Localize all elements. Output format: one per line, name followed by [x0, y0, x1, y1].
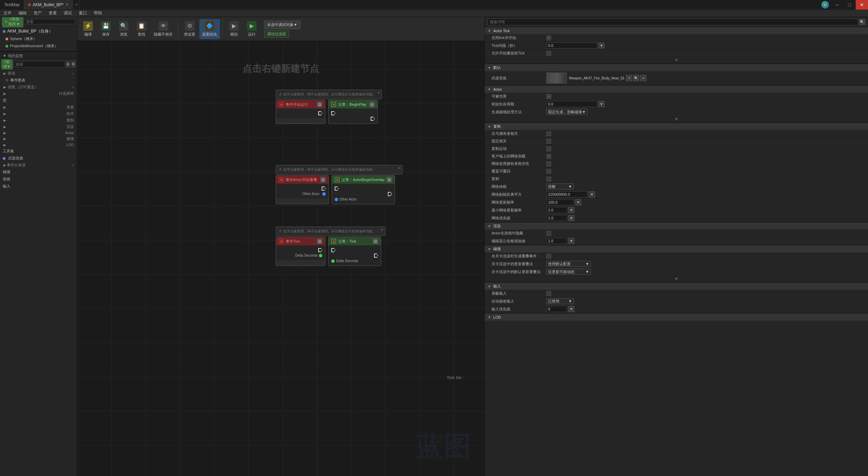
initial-life-dropdown[interactable]: ▼	[598, 101, 605, 107]
menu-assets[interactable]: 资产	[30, 10, 45, 17]
copy-movement-checkbox[interactable]	[546, 146, 551, 151]
nav-add-graph-btn[interactable]: +	[72, 72, 74, 76]
new-bp-btn[interactable]: +新增▼	[1, 59, 13, 69]
nav-macros-sub[interactable]: 宏	[0, 97, 77, 104]
net-dormancy-dropdown[interactable]: 苏醒 ▼	[546, 183, 574, 190]
input-priority-dropdown[interactable]: ▼	[568, 306, 574, 312]
net-priority-dropdown[interactable]: ▼	[568, 215, 574, 221]
find-btn[interactable]: 📋 查找	[133, 19, 150, 39]
tick-interval-input[interactable]	[546, 42, 597, 49]
event-tick-close[interactable]: ⊡	[317, 239, 322, 244]
net-cull-input[interactable]	[546, 191, 587, 197]
update-overlaps-dropdown[interactable]: 使用默认配置 ▼	[546, 261, 591, 267]
component-search-input[interactable]	[25, 20, 75, 24]
maximize-btn[interactable]: □	[843, 0, 856, 10]
debug-obj-btn[interactable]: 未选中调试对象▼	[264, 21, 300, 29]
initial-life-input[interactable]	[546, 101, 597, 107]
nav-add-dispatcher-btn[interactable]: +	[72, 163, 74, 167]
block-input-checkbox[interactable]	[546, 291, 551, 296]
close-btn[interactable]: ✕	[856, 0, 868, 10]
event-begin-close[interactable]: ⊡	[317, 102, 322, 107]
rendering-section-header[interactable]: ▼ 渲染	[485, 222, 868, 230]
nav-add-function-btn[interactable]: +	[72, 85, 74, 89]
net-update-input[interactable]	[546, 199, 574, 205]
nav-weapon-sound[interactable]: 武器音效	[0, 155, 77, 162]
copy-val-checkbox[interactable]	[546, 177, 551, 181]
tick-node[interactable]: ⚠ 此节点被禁用，将不会被调用。从引脚连出引线来编译功能。 ✕ ⬟ 事件Tick…	[276, 227, 385, 266]
net-cull-dropdown[interactable]: ▼	[589, 191, 595, 197]
actor-section-header[interactable]: ▼ Actor	[485, 85, 868, 93]
editor-billboard-input[interactable]	[546, 238, 567, 244]
editor-billboard-dropdown[interactable]: ▼	[568, 238, 574, 244]
add-component-btn[interactable]: + +添加组件▼	[2, 16, 23, 27]
min-net-dropdown[interactable]: ▼	[568, 207, 574, 213]
gen-hit-checkbox[interactable]	[546, 254, 551, 259]
run-btn[interactable]: ▶ 运行	[244, 19, 260, 39]
sound-clear-btn[interactable]: ✕	[640, 75, 646, 81]
default-update-dropdown[interactable]: 仅更新可移动的 ▼	[546, 269, 591, 275]
auto-receive-dropdown[interactable]: 已禁用 ▼	[546, 298, 574, 304]
sound-reset-btn[interactable]: ↺	[626, 75, 632, 81]
comp-projectile-item[interactable]: ProjectileMovement（继承）	[0, 42, 77, 50]
bp-settings-btn[interactable]: ⚙	[71, 61, 75, 67]
nav-input[interactable]: 输入	[0, 183, 77, 190]
compile-btn[interactable]: ⚡ 编译	[80, 19, 96, 39]
nav-event-graph[interactable]: ⊞ 事件图表	[0, 77, 77, 84]
collision-section-header[interactable]: ▼ 碰撞	[485, 245, 868, 253]
parent-begin-close[interactable]: ⊡	[369, 102, 375, 107]
input-priority-input[interactable]	[546, 306, 567, 312]
begin-play-node[interactable]: ⚠ 此节点被禁用，将不会被调用。从引脚连出引线来编译功能。 ✕ ⬟ 事件开始运行…	[276, 90, 382, 124]
hide-ingame-checkbox[interactable]	[546, 231, 551, 236]
net-update-dropdown[interactable]: ▼	[575, 199, 581, 205]
gen-overlap-dropdown[interactable]: 固定生成，忽略碰撞 ▼	[546, 109, 587, 115]
debug-filter-btn[interactable]: 调试过滤器	[264, 30, 289, 38]
only-owner-checkbox[interactable]	[546, 131, 551, 136]
event-tick-node[interactable]: ⬟ 事件Tick ⊡ Delta Seconds	[276, 237, 325, 266]
input-section-header[interactable]: ▼ 输入	[485, 282, 868, 290]
default-section-header[interactable]: ▼ 默认	[485, 64, 868, 71]
add-tab-btn[interactable]: ▾	[73, 0, 80, 9]
actor-tick-header[interactable]: ▼ Actor Tick	[485, 27, 868, 34]
bp-search-input[interactable]	[14, 61, 65, 67]
bp-canvas[interactable]: 点击右键新建节点 ⚠ 此节点被禁用，将不会被调用。从引脚连出引线来编译功能。 ✕…	[77, 35, 484, 476]
minimize-btn[interactable]: ─	[831, 0, 843, 10]
hide-btn[interactable]: 👁 隐藏不相关	[151, 19, 175, 39]
warn-close-1[interactable]: ✕	[377, 91, 380, 95]
menu-file[interactable]: 文件	[0, 10, 15, 17]
can-damage-checkbox[interactable]	[546, 94, 551, 99]
fixed-rel-checkbox[interactable]	[546, 139, 551, 144]
warn-close-2[interactable]: ✕	[398, 166, 401, 170]
simulate-btn[interactable]: ▶ 模拟	[226, 19, 242, 39]
details-search-input[interactable]	[487, 18, 858, 25]
net-priority-input[interactable]	[546, 215, 567, 221]
nav-hit[interactable]: 碰撞	[0, 168, 77, 176]
close-tab-icon[interactable]: ✕	[65, 2, 69, 7]
overwrite-dest-checkbox[interactable]	[546, 169, 551, 174]
parent-tick-node[interactable]: ⬟ 父类：Tick ⊡ Delta Seconds	[328, 237, 381, 266]
blueprints-btn[interactable]: 🔷 蓝图优化	[199, 19, 220, 39]
parent-overlap-node[interactable]: ⬟ 父类：ActorBeginOverlap ⊡ Other	[332, 175, 395, 204]
net-load-checkbox[interactable]	[546, 154, 551, 159]
save-btn[interactable]: 💾 保存	[98, 19, 114, 39]
graphs-arrow[interactable]: ▶	[3, 72, 7, 75]
lod-section-header[interactable]: ▼ LOD	[485, 313, 868, 321]
comp-sphere-item[interactable]: Sphere（继承）	[0, 35, 77, 42]
event-begin-play-node[interactable]: ⬟ 事件开始运行 ⊡	[276, 100, 325, 124]
browse-btn[interactable]: 🔍 浏览	[115, 19, 132, 39]
event-overlap-close[interactable]: ⊡	[320, 177, 326, 182]
menu-edit[interactable]: 编辑	[15, 10, 30, 17]
menu-debug[interactable]: 调试	[60, 10, 75, 17]
parent-overlap-close[interactable]: ⊡	[386, 177, 392, 182]
testmap-tab[interactable]: TestMap	[0, 0, 24, 9]
akm-bullet-tab[interactable]: AKM_Bullet_BP* ✕	[24, 0, 73, 9]
copy-section-header[interactable]: ▼ 复制	[485, 123, 868, 130]
event-overlap-node[interactable]: ⬟ 事件Actor开始重叠 ⊡ Other Actor	[276, 175, 329, 204]
warn-close-3[interactable]: ✕	[381, 228, 384, 232]
bp-eye-btn[interactable]: 👁	[66, 61, 70, 67]
min-net-input[interactable]	[546, 207, 567, 213]
menu-help[interactable]: 帮助	[90, 10, 106, 17]
settings-btn[interactable]: ⚙ 类设置	[181, 19, 198, 39]
tick-interval-dropdown[interactable]: ▼	[598, 42, 605, 49]
nav-tools[interactable]: 工具集	[0, 147, 77, 155]
search-detail-btn[interactable]: 🔍	[859, 19, 865, 25]
